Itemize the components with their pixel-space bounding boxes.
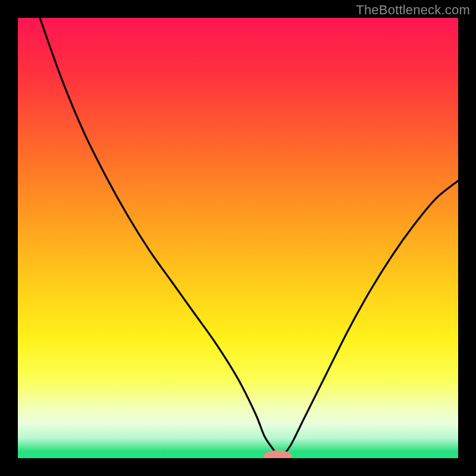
chart-frame: [18, 18, 458, 458]
bottleneck-chart: [18, 18, 458, 458]
gradient-background: [18, 18, 458, 458]
watermark-text: TheBottleneck.com: [356, 2, 470, 18]
